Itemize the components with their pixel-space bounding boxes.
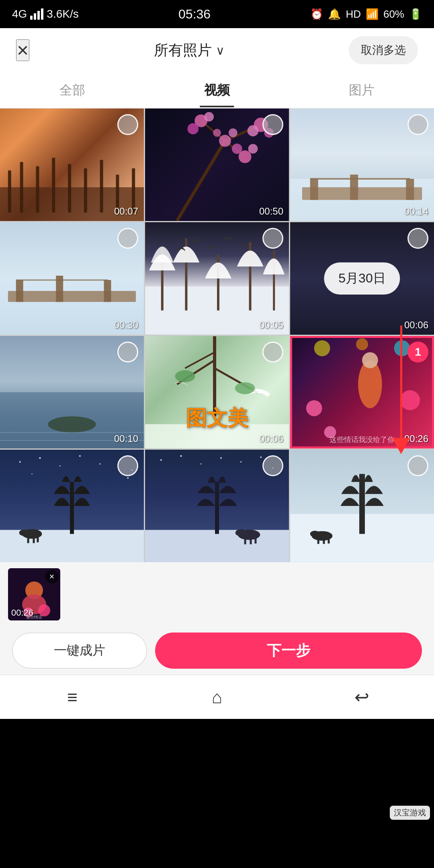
video-duration-3: 00:14 — [404, 206, 428, 217]
svg-point-56 — [235, 382, 255, 394]
wifi-icon: 📶 — [366, 8, 379, 20]
status-bar: 4G 3.6K/s 05:36 ⏰ 🔔 HD 📶 60% 🔋 — [0, 0, 434, 28]
text-overlay-8: 图文美 — [186, 404, 248, 432]
tab-photo[interactable]: 图片 — [333, 78, 391, 103]
tab-video[interactable]: 视频 — [188, 78, 246, 103]
svg-rect-30 — [406, 179, 414, 200]
select-circle-7[interactable] — [117, 342, 138, 362]
video-item-5[interactable]: 00:05 — [145, 222, 289, 335]
svg-rect-100 — [323, 538, 325, 544]
chevron-down-icon: ∨ — [216, 43, 225, 57]
video-grid: 00:07 00:50 — [0, 108, 434, 562]
svg-point-66 — [19, 461, 21, 463]
svg-rect-34 — [8, 291, 136, 302]
tab-all[interactable]: 全部 — [43, 78, 101, 103]
select-circle-10[interactable] — [117, 455, 138, 476]
svg-line-10 — [177, 141, 225, 221]
status-left: 4G 3.6K/s — [12, 8, 79, 20]
video-item-10[interactable] — [0, 450, 144, 562]
signal-bar-2 — [34, 13, 36, 20]
video-duration-7: 00:10 — [114, 433, 138, 444]
svg-point-95 — [235, 529, 247, 536]
video-duration-1: 00:07 — [114, 206, 138, 217]
svg-point-82 — [160, 459, 162, 461]
back-icon[interactable]: ↩ — [350, 685, 374, 709]
svg-point-68 — [59, 465, 61, 467]
svg-rect-35 — [16, 280, 23, 302]
svg-point-15 — [248, 125, 259, 137]
video-duration-4: 00:30 — [114, 319, 138, 331]
svg-point-18 — [204, 112, 214, 122]
signal-bar-4 — [41, 8, 43, 20]
svg-point-22 — [232, 143, 242, 154]
home-icon[interactable]: ⌂ — [205, 685, 229, 709]
notification-icon: 🔔 — [328, 8, 341, 20]
next-step-button[interactable]: 下一步 — [155, 633, 422, 669]
video-item-12[interactable] — [290, 450, 434, 562]
svg-point-73 — [31, 473, 33, 475]
svg-rect-4 — [52, 158, 55, 213]
status-right: ⏰ 🔔 HD 📶 60% 🔋 — [310, 8, 422, 20]
menu-icon[interactable]: ≡ — [60, 685, 84, 709]
svg-text:这些情话我没给了你: 这些情话我没给了你 — [330, 436, 395, 444]
close-button[interactable]: × — [16, 39, 29, 61]
svg-point-87 — [260, 457, 262, 458]
video-item-4[interactable]: 00:30 — [0, 222, 144, 335]
tab-bar: 全部 视频 图片 — [0, 72, 434, 108]
select-circle-11[interactable] — [262, 455, 283, 476]
svg-point-85 — [220, 457, 222, 459]
annotation-arrow — [392, 326, 410, 454]
video-item-1[interactable]: 00:07 — [0, 108, 144, 221]
svg-rect-93 — [250, 537, 252, 545]
svg-rect-7 — [100, 160, 103, 213]
nav-bar: ≡ ⌂ ↩ — [0, 675, 434, 719]
svg-rect-92 — [244, 537, 246, 545]
video-duration-2: 00:50 — [259, 206, 283, 217]
video-item-7[interactable]: 00:10 — [0, 336, 144, 448]
svg-point-21 — [248, 144, 258, 154]
svg-point-83 — [180, 455, 182, 457]
select-circle-8[interactable] — [262, 342, 283, 362]
header: × 所有照片 ∨ 取消多选 — [0, 28, 434, 72]
header-title-group[interactable]: 所有照片 ∨ — [154, 41, 225, 60]
remove-selected-button[interactable]: × — [45, 570, 59, 583]
svg-point-19 — [187, 123, 199, 135]
selected-thumb-1[interactable]: 这些情话 × 00:26 — [8, 568, 60, 620]
svg-point-102 — [310, 531, 320, 537]
select-circle-2[interactable] — [262, 114, 283, 135]
select-circle-4[interactable] — [117, 228, 138, 249]
battery-icon: 🔋 — [409, 8, 422, 20]
svg-point-61 — [362, 352, 378, 368]
select-circle-1[interactable] — [117, 114, 138, 135]
video-duration-5: 00:05 — [259, 319, 283, 331]
svg-rect-3 — [36, 166, 39, 213]
svg-point-25 — [229, 129, 237, 137]
svg-point-62 — [306, 400, 322, 416]
auto-clip-button[interactable]: 一键成片 — [12, 633, 147, 669]
signal-bar-1 — [30, 16, 33, 20]
svg-rect-6 — [84, 168, 87, 213]
select-circle-5[interactable] — [262, 228, 283, 249]
video-item-6[interactable]: 5月30日 00:06 — [290, 222, 434, 335]
svg-point-47 — [48, 416, 96, 432]
video-item-9[interactable]: 这些情话我没给了你 1 00:26 — [290, 336, 434, 448]
select-circle-3[interactable] — [407, 114, 428, 135]
svg-point-69 — [79, 455, 81, 457]
video-item-3[interactable]: 00:14 — [290, 108, 434, 221]
video-item-8[interactable]: 图文美 00:06 — [145, 336, 289, 448]
svg-point-81 — [19, 530, 29, 536]
cancel-multi-select-button[interactable]: 取消多选 — [349, 36, 418, 64]
select-circle-12[interactable] — [407, 455, 428, 476]
svg-rect-1 — [8, 170, 11, 213]
svg-point-23 — [219, 135, 231, 147]
svg-point-84 — [201, 463, 202, 465]
bottom-action-bar: 一键成片 下一步 — [0, 626, 434, 675]
select-circle-6[interactable] — [407, 228, 428, 249]
video-item-11[interactable] — [145, 450, 289, 562]
video-item-2[interactable]: 00:50 — [145, 108, 289, 221]
hd-label: HD — [346, 8, 361, 20]
svg-rect-27 — [302, 187, 422, 200]
svg-rect-101 — [328, 538, 330, 544]
signal-bar-3 — [37, 11, 40, 20]
network-type: 4G — [12, 8, 27, 20]
